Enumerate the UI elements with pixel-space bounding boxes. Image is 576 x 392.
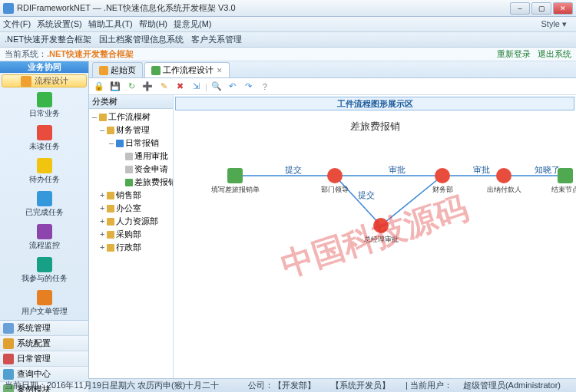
sidebar-header: 业务协同: [0, 61, 88, 73]
node-icon: [227, 168, 243, 183]
workflow-toolbar: 🔒 💾 ↻ ➕ ✎ ✖ ⇲ | 🔍 ↶ ↷ ?: [89, 78, 576, 95]
breadcrumb: 当前系统： .NET快速开发整合框架 重新登录 退出系统: [0, 48, 576, 61]
sidebar-item[interactable]: 日常业务: [0, 89, 88, 122]
add-icon[interactable]: ➕: [141, 80, 154, 94]
node-icon: [373, 218, 389, 233]
tree-node[interactable]: –日常报销: [91, 137, 171, 150]
sidebar-bottom-item[interactable]: 系统配置: [0, 336, 88, 351]
tree-node[interactable]: +行政部: [91, 241, 171, 254]
exit-link[interactable]: 退出系统: [538, 49, 571, 58]
tree-node[interactable]: –工作流模树: [91, 110, 171, 124]
tab-start[interactable]: 起始页: [92, 62, 143, 77]
edit-icon[interactable]: ✎: [157, 80, 170, 94]
delete-icon[interactable]: ✖: [173, 80, 187, 94]
canvas-header: 工件流程图形展示区: [175, 97, 574, 110]
node-icon: [435, 168, 450, 183]
sidebar-item[interactable]: 用户文单管理: [0, 287, 88, 320]
tree-node[interactable]: 资金申请: [91, 163, 171, 176]
undo-icon[interactable]: ↶: [226, 80, 240, 94]
quickbar-item[interactable]: .NET快速开发整合框架: [5, 34, 91, 45]
node-icon: [327, 168, 343, 183]
status-company: 公司：【开发部】: [248, 380, 316, 390]
status-user: 超级管理员(Administrator): [463, 380, 561, 390]
menu-tools[interactable]: 辅助工具(T): [88, 18, 133, 30]
tree-node[interactable]: +销售部: [91, 189, 171, 202]
zoom-in-icon[interactable]: 🔍: [210, 80, 223, 94]
sidebar-highlight[interactable]: 流程设计: [2, 74, 87, 87]
save-icon[interactable]: 💾: [108, 80, 122, 94]
status-role: 【系统开发员】: [331, 380, 390, 390]
redo-icon[interactable]: ↷: [242, 80, 256, 94]
flow-node[interactable]: 结束节点: [542, 168, 576, 195]
statusbar: 当前日期：2016年11月19日星期六 农历丙申(猴)十月二十 公司：【开发部】…: [0, 378, 576, 392]
quickbar-item[interactable]: 国土档案管理信息系统: [99, 34, 184, 45]
refresh-icon[interactable]: ↻: [124, 80, 138, 94]
relogin-link[interactable]: 重新登录: [497, 49, 531, 58]
close-button[interactable]: ✕: [553, 2, 573, 15]
quickbar: .NET快速开发整合框架 国土档案管理信息系统 客户关系管理: [0, 32, 576, 48]
tree-header: 分类树: [89, 95, 173, 109]
menubar: 文件(F) 系统设置(S) 辅助工具(T) 帮助(H) 提意见(M) Style…: [0, 17, 576, 32]
workflow-icon: [151, 66, 161, 75]
sidebar-icon: [37, 125, 52, 140]
flow-icon: [21, 76, 31, 87]
sidebar-item[interactable]: 流程监控: [0, 221, 88, 254]
tab-workflow[interactable]: 工作流程设计 ✕: [144, 62, 230, 77]
breadcrumb-current: .NET快速开发整合框架: [47, 48, 134, 60]
svg-text:提交: 提交: [358, 190, 375, 199]
tree-node[interactable]: 通用审批: [91, 150, 171, 163]
sidebar-icon: [37, 257, 52, 272]
tab-close-icon[interactable]: ✕: [217, 67, 223, 74]
flow-node[interactable]: 部门领导: [312, 168, 358, 195]
tree-node[interactable]: –财务管理: [91, 124, 171, 137]
workflow-canvas[interactable]: 工件流程图形展示区 差旅费报销 提交审批提交审批知晓了 填写差旅报销单部门领导总…: [174, 95, 576, 378]
tabs: 起始页 工作流程设计 ✕: [89, 61, 576, 78]
tree-pane: 分类树 –工作流模树–财务管理–日常报销通用审批资金申请差旅费报销+销售部+办公…: [89, 95, 174, 378]
sidebar-icon: [37, 290, 52, 305]
tree-node[interactable]: +办公室: [91, 202, 171, 215]
flow-node[interactable]: 财务部: [419, 168, 465, 195]
menu-file[interactable]: 文件(F): [3, 18, 31, 30]
sidebar-item[interactable]: 我参与的任务: [0, 254, 88, 287]
menu-help[interactable]: 帮助(H): [139, 18, 167, 30]
export-icon[interactable]: ⇲: [189, 80, 203, 94]
sidebar-item[interactable]: 未读任务: [0, 122, 88, 155]
flow-node[interactable]: 总经理审批: [358, 218, 404, 245]
style-dropdown[interactable]: Style ▾: [541, 19, 567, 29]
sidebar-icon: [37, 92, 52, 107]
home-icon: [99, 66, 108, 75]
tree-node[interactable]: 差旅费报销: [91, 176, 171, 189]
module-icon: [3, 338, 14, 349]
tree-node[interactable]: +人力资源部: [91, 215, 171, 228]
module-icon: [3, 323, 14, 334]
quickbar-item[interactable]: 客户关系管理: [191, 34, 242, 45]
node-icon: [496, 168, 511, 183]
svg-text:提交: 提交: [285, 165, 302, 174]
module-icon: [3, 354, 14, 364]
flow-title: 差旅费报销: [350, 120, 400, 133]
flow-node[interactable]: 填写差旅报销单: [212, 168, 258, 195]
lock-icon[interactable]: 🔒: [92, 80, 106, 94]
sidebar-item[interactable]: 已完成任务: [0, 188, 88, 221]
sidebar-bottom-item[interactable]: 系统管理: [0, 321, 88, 336]
menu-settings[interactable]: 系统设置(S): [37, 18, 82, 30]
sidebar: 业务协同 流程设计 日常业务未读任务待办任务已完成任务流程监控我参与的任务用户文…: [0, 61, 89, 378]
flow-node[interactable]: 出纳付款人: [481, 168, 527, 195]
help-icon[interactable]: ?: [258, 80, 272, 94]
window-title: RDIFrameworkNET — .NET快速信息化系统开发框架 V3.0: [17, 2, 510, 14]
sidebar-icon: [37, 224, 52, 239]
sidebar-icon: [37, 191, 52, 206]
node-icon: [558, 168, 573, 183]
breadcrumb-label: 当前系统：: [5, 48, 47, 60]
sidebar-item[interactable]: 待办任务: [0, 155, 88, 188]
status-date: 当前日期：2016年11月19日星期六 农历丙申(猴)十月二十: [5, 380, 219, 391]
svg-text:审批: 审批: [389, 165, 406, 174]
menu-feedback[interactable]: 提意见(M): [174, 18, 212, 30]
maximize-button[interactable]: ▢: [531, 2, 551, 15]
sidebar-bottom-item[interactable]: 日常管理: [0, 351, 88, 367]
sidebar-icon: [37, 158, 52, 173]
module-icon: [3, 369, 14, 380]
tree-node[interactable]: +采购部: [91, 228, 171, 241]
minimize-button[interactable]: –: [510, 2, 530, 15]
app-icon: [3, 3, 14, 14]
